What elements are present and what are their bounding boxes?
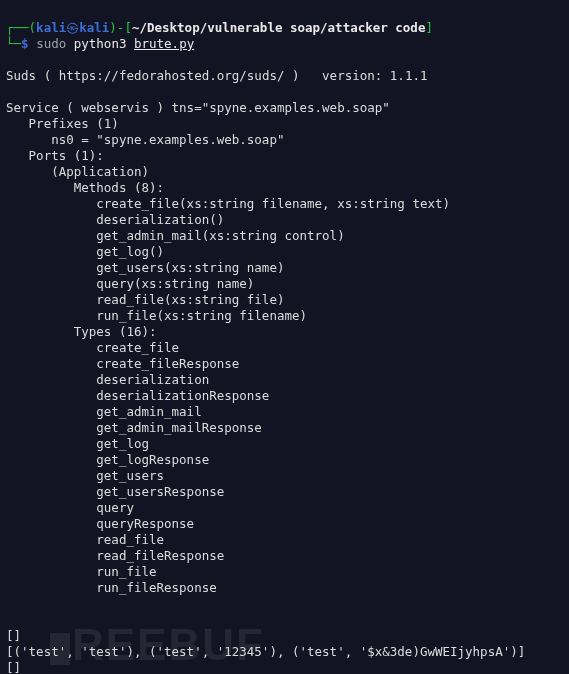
- method: get_log(): [6, 244, 164, 259]
- prompt-dash-brac: -[: [117, 20, 132, 35]
- prompt-cwd: ~/Desktop/vulnerable soap/attacker code: [132, 20, 426, 35]
- type: create_fileResponse: [6, 356, 239, 371]
- methods-header: Methods (8):: [6, 180, 164, 195]
- prompt-line-2: └─$ sudo python3 brute.py: [6, 36, 194, 51]
- method: read_file(xs:string file): [6, 292, 284, 307]
- type: deserialization: [6, 372, 209, 387]
- service-header: Service ( webservis ) tns="spyne.example…: [6, 100, 390, 115]
- suds-line: Suds ( https://fedorahosted.org/suds/ ) …: [6, 68, 427, 83]
- method: run_file(xs:string filename): [6, 308, 307, 323]
- prompt-host: kali: [79, 20, 109, 35]
- types-header: Types (16):: [6, 324, 157, 339]
- type: deserializationResponse: [6, 388, 269, 403]
- method: query(xs:string name): [6, 276, 254, 291]
- ports-header: Ports (1):: [6, 148, 104, 163]
- method: get_admin_mail(xs:string control): [6, 228, 345, 243]
- prefixes-header: Prefixes (1): [6, 116, 119, 131]
- suds-url: https://fedorahosted.org/suds/: [59, 68, 285, 83]
- method: create_file(xs:string filename, xs:strin…: [6, 196, 450, 211]
- type: create_file: [6, 340, 179, 355]
- result-line: []: [6, 628, 21, 643]
- type: get_admin_mail: [6, 404, 202, 419]
- prefix-ns0: ns0 = "spyne.examples.web.soap": [6, 132, 284, 147]
- prompt-paren-open: (: [29, 20, 37, 35]
- prompt-paren-close: ): [109, 20, 117, 35]
- prompt-corner-bottom: └─: [6, 36, 21, 51]
- cmd-python: python3: [74, 36, 127, 51]
- result-line: []: [6, 660, 21, 674]
- type: get_usersResponse: [6, 484, 224, 499]
- type: get_log: [6, 436, 149, 451]
- type: read_file: [6, 532, 164, 547]
- prompt-corner-top: ┌──: [6, 20, 29, 35]
- prompt-brac-close: ]: [425, 20, 433, 35]
- cmd-sudo: sudo: [36, 36, 66, 51]
- type: get_logResponse: [6, 452, 209, 467]
- type: run_file: [6, 564, 157, 579]
- prompt-user: kali: [36, 20, 66, 35]
- type: get_users: [6, 468, 164, 483]
- prompt-dollar: $: [21, 36, 29, 51]
- type: queryResponse: [6, 516, 194, 531]
- skull-icon: ㉿: [66, 20, 79, 35]
- type: query: [6, 500, 134, 515]
- cmd-script: brute.py: [134, 36, 194, 51]
- prompt-line-1: ┌──(kali㉿kali)-[~/Desktop/vulnerable soa…: [6, 20, 433, 35]
- terminal-output[interactable]: ┌──(kali㉿kali)-[~/Desktop/vulnerable soa…: [0, 0, 569, 674]
- type: get_admin_mailResponse: [6, 420, 262, 435]
- method: get_users(xs:string name): [6, 260, 284, 275]
- method: deserialization(): [6, 212, 224, 227]
- type: read_fileResponse: [6, 548, 224, 563]
- application-port: (Application): [6, 164, 149, 179]
- type: run_fileResponse: [6, 580, 217, 595]
- result-line: [('test', 'test'), ('test', '12345'), ('…: [6, 644, 525, 659]
